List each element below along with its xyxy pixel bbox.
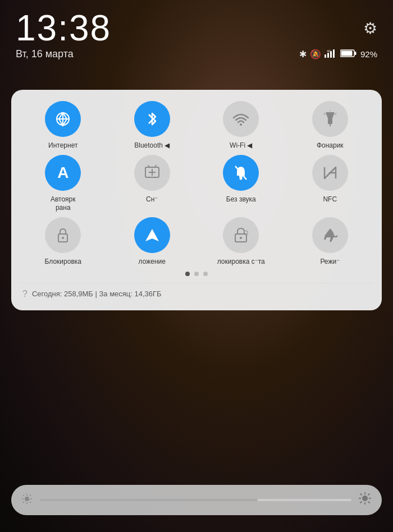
flashlight-label: Фонарик (317, 141, 344, 149)
location-label: ложение (139, 258, 166, 265)
toggle-location[interactable]: ложение (109, 217, 195, 265)
svg-line-46 (360, 494, 362, 496)
svg-line-16 (335, 113, 336, 114)
battery-percent: 92% (360, 49, 377, 59)
wifi-circle (223, 101, 259, 137)
toggle-autobrightness[interactable]: A Автоярк­рана (20, 155, 106, 212)
date-label: Вт, 16 марта (16, 48, 74, 60)
lockrotation-label: Блокировка (45, 258, 81, 265)
data-usage-bar: ? Сегодня: 258,9МБ | За месяц: 14,36ГБ (20, 283, 373, 301)
page-dot-3 (203, 272, 208, 276)
data-usage-icon: ? (22, 289, 28, 299)
location-circle (134, 217, 170, 253)
svg-point-24 (240, 177, 243, 180)
brightness-low-icon (21, 493, 33, 507)
silent-label: Без звука (226, 195, 256, 203)
toggle-silent[interactable]: Без звука (198, 155, 284, 212)
svg-line-49 (360, 502, 362, 503)
autobrightness-circle: A (45, 155, 81, 191)
toggle-wifi[interactable]: Wi-Fi ◀ (198, 101, 284, 149)
svg-line-38 (30, 502, 31, 503)
internet-circle (45, 101, 81, 137)
page-dot-2 (194, 272, 199, 276)
silent-circle (223, 155, 259, 191)
brightness-slider[interactable] (11, 485, 382, 515)
svg-point-41 (362, 496, 368, 501)
toggle-flashlight[interactable]: Фонарик (287, 101, 373, 149)
lockscreen-circle (223, 217, 259, 253)
airplane-circle (312, 217, 348, 253)
svg-text:4G: 4G (327, 49, 331, 53)
svg-point-32 (25, 497, 29, 501)
data-usage-text: Сегодня: 258,9МБ | За месяц: 14,36ГБ (32, 290, 162, 298)
svg-line-47 (368, 502, 370, 503)
svg-line-37 (23, 495, 24, 496)
status-bar: 13:38 ⚙ Вт, 16 марта ✱ 🔕 4G (0, 0, 393, 65)
page-dot-1 (185, 272, 190, 276)
svg-rect-1 (327, 53, 329, 58)
svg-point-11 (240, 123, 242, 126)
flashlight-circle (312, 101, 348, 137)
lockrotation-circle (45, 217, 81, 253)
toggle-internet[interactable]: Интернет (20, 101, 106, 149)
autobrightness-label: Автоярк­рана (51, 195, 76, 212)
svg-rect-6 (354, 52, 356, 55)
svg-line-15 (324, 113, 325, 114)
toggle-grid: Интернет Bluetooth ◀ Wi-Fi ◀ (20, 101, 373, 266)
bluetooth-circle (134, 101, 170, 137)
toggle-lockscreen[interactable]: локировка с⁻та (198, 217, 284, 265)
airplane-label: Режи⁻ (320, 258, 340, 265)
brightness-high-icon (358, 492, 372, 508)
wifi-label: Wi-Fi ◀ (230, 141, 252, 149)
toggle-nfc[interactable]: NFC (287, 155, 373, 212)
toggle-screenshot[interactable]: Сн⁻ (109, 155, 195, 212)
brightness-track[interactable] (39, 499, 351, 501)
internet-label: Интернет (48, 141, 77, 149)
toggle-lockrotation[interactable]: Блокировка (20, 217, 106, 265)
svg-marker-29 (145, 229, 159, 241)
screenshot-circle (134, 155, 170, 191)
signal-icon: 4G (325, 49, 337, 60)
svg-point-31 (240, 237, 242, 239)
svg-rect-0 (325, 54, 326, 58)
silent-status-icon: 🔕 (310, 49, 321, 59)
bluetooth-status-icon: ✱ (299, 49, 307, 59)
svg-point-28 (62, 237, 64, 239)
battery-icon (340, 49, 357, 60)
toggle-bluetooth[interactable]: Bluetooth ◀ (109, 101, 195, 149)
pagination (20, 272, 373, 276)
lockscreen-label: локировка с⁻та (217, 258, 265, 265)
bluetooth-label: Bluetooth ◀ (134, 141, 170, 149)
settings-icon[interactable]: ⚙ (363, 19, 377, 38)
svg-marker-12 (326, 112, 335, 118)
svg-line-39 (30, 495, 31, 496)
control-panel: Интернет Bluetooth ◀ Wi-Fi ◀ (11, 90, 382, 310)
svg-line-48 (368, 494, 370, 496)
status-icons: ✱ 🔕 4G 92% (299, 49, 377, 60)
nfc-label: NFC (323, 195, 337, 203)
nfc-circle (312, 155, 348, 191)
screenshot-label: Сн⁻ (146, 195, 158, 203)
brightness-fill (39, 499, 258, 501)
clock: 13:38 (16, 10, 111, 46)
svg-rect-7 (341, 51, 352, 56)
svg-line-40 (23, 502, 24, 503)
toggle-airplane[interactable]: Режи⁻ (287, 217, 373, 265)
svg-rect-3 (333, 49, 335, 58)
svg-rect-13 (328, 118, 332, 124)
